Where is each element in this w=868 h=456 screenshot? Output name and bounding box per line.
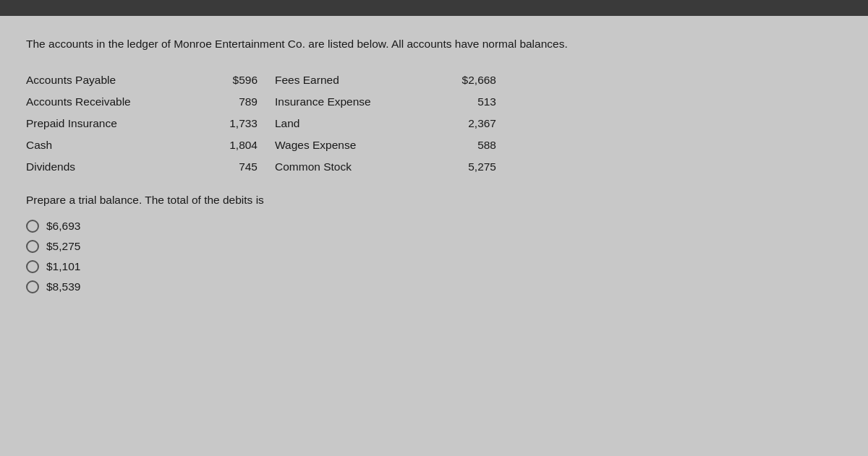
- account-name-fees: Fees Earned: [272, 69, 431, 91]
- account-value-payable: $596: [214, 69, 272, 91]
- option-item-1[interactable]: $5,275: [26, 240, 842, 253]
- account-value-cash: 1,804: [214, 134, 272, 156]
- radio-0[interactable]: [26, 220, 39, 233]
- account-value-land: 2,367: [431, 113, 518, 134]
- option-item-3[interactable]: $8,539: [26, 280, 842, 293]
- account-name-land: Land: [272, 113, 431, 134]
- main-content: The accounts in the ledger of Monroe Ent…: [0, 16, 868, 308]
- radio-2[interactable]: [26, 260, 39, 273]
- account-value-dividends: 745: [214, 156, 272, 178]
- option-item-2[interactable]: $1,101: [26, 260, 842, 273]
- option-item-0[interactable]: $6,693: [26, 220, 842, 233]
- account-value-fees: $2,668: [431, 69, 518, 91]
- intro-text: The accounts in the ledger of Monroe Ent…: [26, 36, 842, 52]
- radio-1[interactable]: [26, 240, 39, 253]
- account-value-prepaid: 1,733: [214, 113, 272, 134]
- radio-3[interactable]: [26, 280, 39, 293]
- account-name-common-stock: Common Stock: [272, 156, 431, 178]
- account-value-common-stock: 5,275: [431, 156, 518, 178]
- account-name-receivable: Accounts Receivable: [26, 91, 214, 113]
- option-label-1: $5,275: [46, 240, 80, 253]
- account-name-wages: Wages Expense: [272, 134, 431, 156]
- account-name-insurance-exp: Insurance Expense: [272, 91, 431, 113]
- top-bar: [0, 0, 868, 16]
- option-label-2: $1,101: [46, 260, 80, 273]
- account-value-receivable: 789: [214, 91, 272, 113]
- option-label-3: $8,539: [46, 280, 80, 293]
- account-name-prepaid: Prepaid Insurance: [26, 113, 214, 134]
- account-name-dividends: Dividends: [26, 156, 214, 178]
- account-name-cash: Cash: [26, 134, 214, 156]
- accounts-grid: Accounts Payable $596 Fees Earned $2,668…: [26, 69, 842, 178]
- account-value-insurance-exp: 513: [431, 91, 518, 113]
- option-label-0: $6,693: [46, 220, 80, 233]
- options-list: $6,693 $5,275 $1,101 $8,539: [26, 220, 842, 293]
- account-name-payable: Accounts Payable: [26, 69, 214, 91]
- question-text: Prepare a trial balance. The total of th…: [26, 194, 842, 207]
- account-value-wages: 588: [431, 134, 518, 156]
